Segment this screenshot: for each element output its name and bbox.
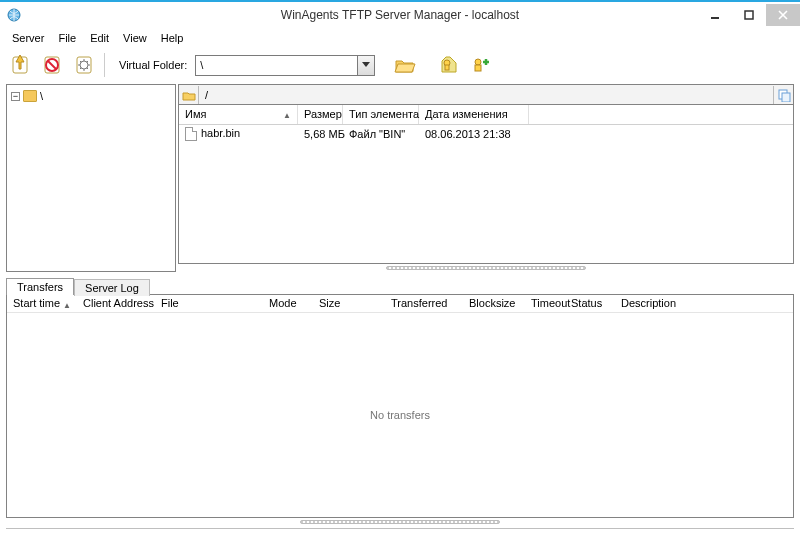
app-icon <box>6 7 22 23</box>
tcol-desc[interactable]: Description <box>615 295 793 312</box>
tcol-start[interactable]: Start time▲ <box>7 295 77 312</box>
menu-edit[interactable]: Edit <box>84 30 115 46</box>
svg-rect-9 <box>445 65 449 70</box>
sort-asc-icon: ▲ <box>63 301 71 310</box>
maximize-button[interactable] <box>732 4 766 26</box>
tb-open-folder-icon[interactable] <box>391 51 419 79</box>
col-size[interactable]: Размер <box>298 105 343 124</box>
up-folder-button[interactable] <box>179 86 199 104</box>
close-button[interactable] <box>766 4 800 26</box>
folder-tree[interactable]: − \ <box>6 84 176 272</box>
tcol-xfer[interactable]: Transferred <box>385 295 463 312</box>
tcol-size[interactable]: Size <box>313 295 385 312</box>
tcol-file[interactable]: File <box>155 295 263 312</box>
col-name[interactable]: Имя▲ <box>179 105 298 124</box>
transfers-empty: No transfers <box>7 313 793 517</box>
tab-server-log[interactable]: Server Log <box>74 279 150 296</box>
file-pane: / Имя▲ Размер Тип элемента Дата изменени… <box>178 84 794 272</box>
tcol-status[interactable]: Status <box>565 295 615 312</box>
path-text: / <box>199 89 773 101</box>
transfers-panel: Start time▲ Client Address File Mode Siz… <box>6 294 794 518</box>
title-bar: WinAgents TFTP Server Manager - localhos… <box>0 0 800 28</box>
col-type[interactable]: Тип элемента <box>343 105 419 124</box>
main-split: − \ / Имя▲ Размер Тип элемента Дата изме… <box>0 82 800 274</box>
menu-help[interactable]: Help <box>155 30 190 46</box>
svg-rect-11 <box>475 65 481 71</box>
menu-server[interactable]: Server <box>6 30 50 46</box>
svg-point-10 <box>475 59 481 65</box>
file-date: 08.06.2013 21:38 <box>419 128 529 140</box>
menu-bar: Server File Edit View Help <box>0 28 800 48</box>
virtual-folder-combo[interactable]: \ <box>195 55 375 76</box>
status-bar: Connected to localhost Trial mode (29 da… <box>6 528 794 533</box>
transfers-header: Start time▲ Client Address File Mode Siz… <box>7 295 793 313</box>
horizontal-splitter[interactable] <box>178 264 794 272</box>
sort-asc-icon: ▲ <box>283 111 291 120</box>
tcol-mode[interactable]: Mode <box>263 295 313 312</box>
toolbar: Virtual Folder: \ <box>0 48 800 82</box>
file-type: Файл "BIN" <box>343 128 419 140</box>
tree-collapse-icon[interactable]: − <box>11 92 20 101</box>
window-controls <box>698 4 800 26</box>
window-title: WinAgents TFTP Server Manager - localhos… <box>0 8 800 22</box>
path-bar: / <box>178 84 794 104</box>
tree-root[interactable]: − \ <box>11 87 171 105</box>
file-list[interactable]: Имя▲ Размер Тип элемента Дата изменения … <box>178 104 794 264</box>
tcol-client[interactable]: Client Address <box>77 295 155 312</box>
col-date[interactable]: Дата изменения <box>419 105 529 124</box>
minimize-button[interactable] <box>698 4 732 26</box>
file-size: 5,68 МБ <box>298 128 343 140</box>
svg-rect-13 <box>782 93 790 102</box>
tb-add-user-icon[interactable] <box>467 51 495 79</box>
bottom-splitter[interactable] <box>0 518 800 526</box>
file-name: habr.bin <box>201 127 240 139</box>
folder-icon <box>23 90 37 102</box>
menu-view[interactable]: View <box>117 30 153 46</box>
virtual-folder-value: \ <box>196 59 357 71</box>
svg-rect-1 <box>711 17 719 19</box>
file-icon <box>185 127 197 141</box>
tb-settings-icon[interactable] <box>70 51 98 79</box>
tab-transfers[interactable]: Transfers <box>6 278 74 295</box>
tcol-timeout[interactable]: Timeout <box>525 295 565 312</box>
menu-file[interactable]: File <box>52 30 82 46</box>
tree-root-label: \ <box>40 90 43 102</box>
file-row[interactable]: habr.bin 5,68 МБ Файл "BIN" 08.06.2013 2… <box>179 125 793 143</box>
virtual-folder-label: Virtual Folder: <box>119 59 187 71</box>
copy-path-icon[interactable] <box>773 86 793 104</box>
tcol-block[interactable]: Blocksize <box>463 295 525 312</box>
toolbar-separator <box>104 53 109 77</box>
tb-disconnect-icon[interactable] <box>38 51 66 79</box>
tb-security-icon[interactable] <box>435 51 463 79</box>
tb-connect-icon[interactable] <box>6 51 34 79</box>
file-list-header: Имя▲ Размер Тип элемента Дата изменения <box>179 105 793 125</box>
bottom-tabs: Transfers Server Log <box>0 274 800 294</box>
svg-rect-2 <box>745 11 753 19</box>
chevron-down-icon[interactable] <box>357 56 374 75</box>
